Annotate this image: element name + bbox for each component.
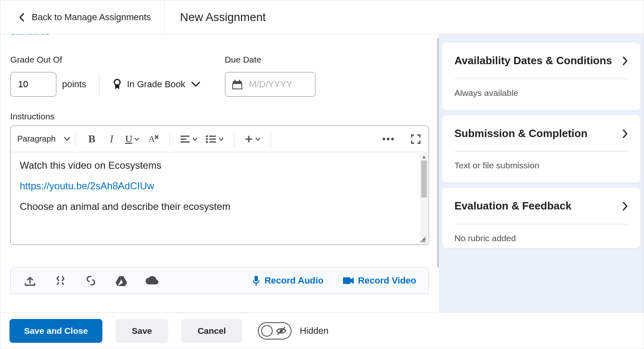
svg-rect-4: [234, 80, 236, 82]
paragraph-selector-label: Paragraph: [17, 134, 56, 144]
back-label: Back to Manage Assignments: [32, 12, 151, 23]
upload-icon[interactable]: [23, 275, 37, 287]
panel-evaluation: Evaluation & Feedback No rubric added: [442, 188, 640, 248]
svg-point-0: [114, 79, 120, 85]
due-date-placeholder: M/D/YYYY: [249, 79, 292, 90]
editor-toolbar: Paragraph B I U A: [11, 126, 429, 152]
svg-rect-2: [233, 84, 242, 89]
back-button[interactable]: Back to Manage Assignments: [0, 0, 164, 34]
svg-rect-18: [255, 276, 258, 282]
panel-submission-sub: Text or file submission: [454, 161, 628, 170]
underline-dropdown[interactable]: U: [125, 133, 139, 144]
panel-evaluation-header[interactable]: Evaluation & Feedback: [454, 198, 628, 214]
record-video-button[interactable]: Record Video: [343, 275, 416, 286]
paragraph-selector[interactable]: Paragraph: [17, 134, 73, 144]
cloud-icon[interactable]: [145, 275, 159, 287]
panel-submission-title: Submission & Completion: [454, 126, 588, 142]
panel-submission-header[interactable]: Submission & Completion: [454, 126, 628, 142]
grade-label: Grade Out Of: [10, 55, 200, 65]
editor-line-3: Choose an animal and describe their ecos…: [20, 201, 419, 212]
chevron-right-icon: [622, 129, 628, 138]
quicklink-icon[interactable]: [53, 275, 67, 287]
list-dropdown[interactable]: [205, 135, 224, 144]
bold-icon[interactable]: B: [86, 133, 98, 145]
panel-availability-header[interactable]: Availability Dates & Conditions: [454, 53, 628, 69]
panel-availability-sub: Always available: [454, 88, 628, 98]
align-dropdown[interactable]: [180, 135, 198, 144]
panel-availability: Availability Dates & Conditions Always a…: [442, 42, 640, 110]
clipped-standards-row: Standards: [10, 34, 429, 38]
editor-content[interactable]: Watch this video on Ecosystems https://y…: [11, 152, 429, 244]
resize-handle-icon[interactable]: [419, 235, 426, 243]
divider: [100, 73, 100, 95]
svg-point-12: [206, 141, 208, 143]
clear-format-icon[interactable]: A: [147, 133, 160, 145]
record-audio-button[interactable]: Record Audio: [252, 275, 323, 286]
editor-line-1: Watch this video on Ecosystems: [20, 160, 419, 171]
attachment-bar: Record Audio Record Video: [10, 267, 429, 294]
drive-icon[interactable]: [114, 275, 128, 287]
link-icon[interactable]: [84, 275, 98, 287]
chevron-left-icon: [19, 12, 25, 22]
standards-link[interactable]: Standards: [10, 34, 50, 37]
top-header: Back to Manage Assignments New Assignmen…: [0, 0, 644, 34]
grade-book-label: In Grade Book: [127, 79, 185, 90]
main-scrollbar[interactable]: [437, 37, 439, 268]
record-video-label: Record Video: [358, 275, 416, 286]
save-button[interactable]: Save: [116, 319, 168, 343]
editor-scrollbar[interactable]: ▲▼: [420, 153, 428, 244]
svg-rect-5: [239, 80, 240, 82]
panel-submission: Submission & Completion Text or file sub…: [442, 115, 640, 183]
record-audio-label: Record Audio: [264, 275, 323, 286]
svg-text:A: A: [148, 134, 155, 144]
grade-points-label: points: [62, 79, 86, 90]
instructions-label: Instructions: [10, 112, 429, 121]
insert-dropdown[interactable]: [244, 135, 261, 144]
footer-bar: Save and Close Save Cancel Hidden: [0, 312, 644, 349]
svg-point-10: [206, 135, 208, 137]
svg-rect-19: [343, 277, 350, 284]
main-column: Standards Grade Out Of points In Grade B…: [0, 34, 439, 312]
video-icon: [343, 277, 354, 285]
calendar-icon: [232, 79, 243, 90]
page-title: New Assignment: [164, 11, 266, 24]
ribbon-icon: [113, 79, 121, 90]
panel-evaluation-title: Evaluation & Feedback: [454, 198, 572, 214]
more-icon[interactable]: •••: [382, 133, 395, 145]
visibility-toggle[interactable]: [258, 322, 292, 340]
instructions-editor: Paragraph B I U A: [10, 126, 429, 245]
chevron-down-icon: [191, 81, 200, 88]
due-date-input[interactable]: M/D/YYYY: [225, 72, 315, 97]
due-date-label: Due Date: [225, 55, 315, 65]
grade-input[interactable]: [10, 72, 56, 97]
editor-link[interactable]: https://youtu.be/2sAh8AdCIUw: [20, 180, 154, 191]
italic-icon[interactable]: I: [105, 133, 118, 145]
microphone-icon: [252, 275, 260, 286]
side-column: Availability Dates & Conditions Always a…: [439, 34, 644, 312]
svg-point-11: [206, 138, 208, 140]
fullscreen-icon[interactable]: [410, 133, 422, 145]
chevron-right-icon: [622, 202, 628, 211]
panel-availability-title: Availability Dates & Conditions: [454, 53, 612, 69]
eye-off-icon: [276, 326, 287, 335]
grade-book-dropdown[interactable]: In Grade Book: [113, 79, 200, 90]
save-and-close-button[interactable]: Save and Close: [9, 319, 102, 343]
visibility-label: Hidden: [300, 326, 329, 336]
panel-evaluation-sub: No rubric added: [454, 233, 628, 243]
cancel-button[interactable]: Cancel: [181, 319, 242, 343]
chevron-right-icon: [622, 56, 628, 65]
